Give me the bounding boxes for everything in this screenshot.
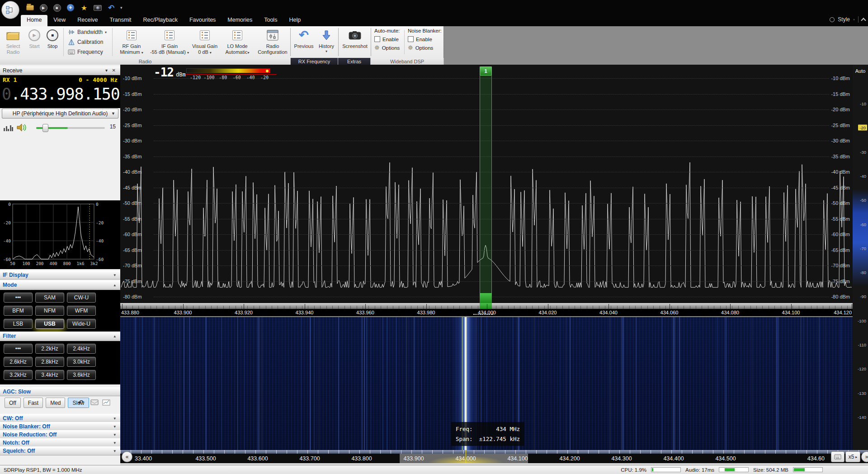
mode-button-bfm[interactable]: BFM: [4, 306, 33, 316]
section-agc[interactable]: AGC: Slow: [0, 387, 120, 396]
panel-collapse-icon[interactable]: ▾: [105, 68, 108, 73]
calibration-button[interactable]: Calibration: [68, 39, 103, 45]
panel-close-icon[interactable]: ✕: [112, 68, 116, 73]
volume-slider[interactable]: [36, 127, 105, 129]
section-noise-reduction[interactable]: Noise Reduction: Off▾: [0, 430, 120, 439]
volume-slider-handle[interactable]: [42, 124, 48, 132]
spectrum-frequency-axis[interactable]: 433.880433.900433.920433.940433.960433.9…: [120, 303, 853, 316]
color-scale-bar[interactable]: [186, 68, 270, 73]
add-icon[interactable]: +: [66, 3, 75, 12]
visual-gain-button[interactable]: Visual Gain 0 dB ▾: [191, 26, 219, 55]
auto-range-label[interactable]: Auto: [853, 68, 868, 74]
previous-button[interactable]: ↶ Previous: [292, 26, 316, 49]
agc-chart-icon[interactable]: [102, 399, 110, 406]
mode-button-nfm[interactable]: NFM: [35, 306, 64, 316]
style-icon[interactable]: [830, 17, 835, 22]
speaker-icon[interactable]: [16, 123, 27, 132]
section-noise-blanker[interactable]: Noise Blanker: Off▾: [0, 422, 120, 431]
qat-customize-icon[interactable]: ▾: [120, 5, 123, 10]
stop-button[interactable]: ■ Stop: [44, 26, 61, 49]
tab-view[interactable]: View: [47, 15, 71, 26]
waterfall-frequency-axis[interactable]: 33.400433.500433.600433.700433.800433.90…: [120, 450, 868, 465]
audio-spectrum-graph[interactable]: 501002004008001k63k20-20-40-600-20-40-60: [0, 200, 120, 269]
noise-blanker-enable-checkbox[interactable]: Enable: [408, 36, 442, 42]
filter-button-3-0khz[interactable]: 3.0kHz: [67, 357, 96, 367]
radio-configuration-button[interactable]: Radio Configuration: [256, 26, 289, 55]
section-notch[interactable]: Notch: Off▾: [0, 438, 120, 447]
agc-button-med[interactable]: Med: [46, 398, 65, 408]
keyboard-entry-button[interactable]: [831, 451, 844, 462]
audio-device-select[interactable]: HP (Périphérique High Definition Audio) …: [2, 109, 118, 118]
color-scale-label: -20: [260, 75, 269, 80]
frequency-button[interactable]: Frequency: [68, 49, 103, 55]
zoom-factor-button[interactable]: x5▸: [845, 451, 860, 462]
favourite-star-icon[interactable]: ★: [80, 3, 89, 12]
filter-button-3-6khz[interactable]: 3.6kHz: [67, 370, 96, 380]
receive-panel-header[interactable]: Receive ▾ ✕: [0, 66, 120, 75]
mode-button-sam[interactable]: SAM: [35, 293, 64, 303]
waterfall-level-scale[interactable]: Auto -10-20-30-40-50-60-70-80-90-100-110…: [853, 65, 868, 450]
spectrum-display[interactable]: -12dBm -120-100-80-60-40-20 -10 dBm-10 d…: [120, 65, 853, 303]
mode-button-cw-u[interactable]: CW-U: [67, 293, 96, 303]
mode-button-[interactable]: •••: [4, 293, 33, 303]
rf-gain-button[interactable]: RF Gain Minimum ▾: [115, 26, 148, 55]
auto-mute-enable-checkbox[interactable]: Enable: [374, 36, 402, 42]
waterfall-streak: [142, 317, 142, 450]
tab-favourites[interactable]: Favourites: [184, 15, 222, 26]
tuned-band-overlay[interactable]: [480, 66, 492, 303]
rx-display: RX 1 0 - 4000 Hz 0.433.998.150: [0, 75, 120, 108]
agc-undo-icon[interactable]: ↶: [78, 398, 84, 407]
style-caret-icon[interactable]: ▾: [853, 18, 855, 22]
section-cw[interactable]: CW: Off▾: [0, 414, 120, 423]
filter-button-3-4khz[interactable]: 3.4kHz: [35, 370, 64, 380]
agc-button-fast[interactable]: Fast: [24, 398, 43, 408]
start-button[interactable]: ▶ Start: [26, 26, 42, 49]
tab-receive[interactable]: Receive: [71, 15, 104, 26]
waterfall-scroll-left-button[interactable]: «: [122, 451, 132, 462]
waterfall-display[interactable]: Freq:434 MHz Span:±122.745 kHz: [120, 317, 853, 450]
mode-button-usb[interactable]: USB: [35, 319, 64, 329]
filter-button-2-2khz[interactable]: 2.2kHz: [35, 344, 64, 354]
frequency-display[interactable]: 0.433.998.150: [2, 85, 120, 103]
tab-rec-playback[interactable]: Rec/Playback: [137, 15, 184, 26]
tab-memories[interactable]: Memories: [222, 15, 258, 26]
mode-button-lsb[interactable]: LSB: [4, 319, 33, 329]
select-radio-button[interactable]: Select Radio: [2, 26, 24, 55]
agc-monitor-icon[interactable]: [90, 399, 99, 406]
filter-button-3-2khz[interactable]: 3.2kHz: [4, 370, 33, 380]
tab-tools[interactable]: Tools: [258, 15, 283, 26]
stop-icon[interactable]: ■: [52, 3, 61, 12]
tab-transmit[interactable]: Transmit: [104, 15, 137, 26]
screenshot-button[interactable]: Screenshot: [340, 26, 370, 49]
filter-button-2-4khz[interactable]: 2.4kHz: [67, 344, 96, 354]
app-menu-button[interactable]: [1, 1, 19, 19]
style-label[interactable]: Style: [838, 16, 850, 23]
equalizer-icon[interactable]: [4, 124, 13, 131]
history-button[interactable]: History ▾: [316, 26, 336, 53]
section-mode[interactable]: Mode▴: [0, 280, 120, 289]
agc-button-off[interactable]: Off: [5, 398, 21, 408]
noise-blanker-options-button[interactable]: ☸Options: [408, 45, 442, 51]
filter-button-2-8khz[interactable]: 2.8kHz: [35, 357, 64, 367]
mode-button-wfm[interactable]: WFM: [67, 306, 96, 316]
section-if-display[interactable]: IF Display▾: [0, 270, 120, 280]
db-label-right: -30 dBm: [831, 138, 850, 143]
collapse-ribbon-icon[interactable]: [861, 18, 866, 23]
rx-marker[interactable]: 1: [480, 66, 492, 76]
section-filter[interactable]: Filter▴: [0, 332, 120, 341]
filter-button-2-6khz[interactable]: 2.6kHz: [4, 357, 33, 367]
waterfall-scroll-right-button[interactable]: »: [861, 451, 868, 462]
section-squelch[interactable]: Squelch: Off▾: [0, 446, 120, 455]
filter-button-[interactable]: •••: [4, 344, 33, 354]
open-folder-icon[interactable]: [25, 3, 34, 12]
auto-mute-options-button[interactable]: ☸Options: [374, 45, 402, 51]
tab-help[interactable]: Help: [283, 15, 307, 26]
tab-home[interactable]: Home: [21, 15, 47, 26]
undo-icon[interactable]: ↶: [107, 3, 116, 12]
mode-button-wide-u[interactable]: Wide-U: [67, 319, 96, 329]
screenshot-icon[interactable]: [93, 3, 102, 12]
bandwidth-button[interactable]: Bandwidth▾: [68, 29, 107, 35]
start-icon[interactable]: ▶: [39, 3, 48, 12]
lo-mode-button[interactable]: LO Mode Automatic▾: [221, 26, 254, 55]
if-gain-button[interactable]: IF Gain -55 dB (Manual) ▾: [149, 26, 190, 55]
